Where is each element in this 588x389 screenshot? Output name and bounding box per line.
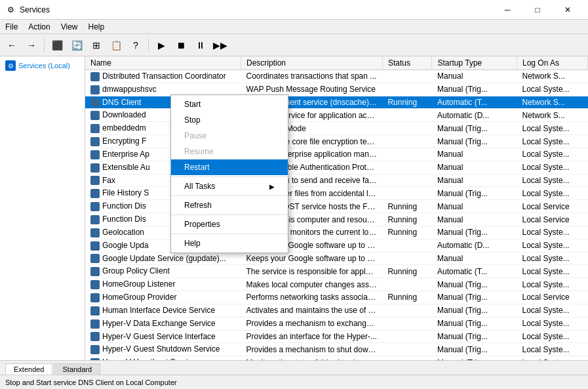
ctx-item-label: Help	[184, 239, 201, 248]
table-row[interactable]: GeolocationThis service monitors the cur…	[85, 226, 588, 239]
service-status-cell	[382, 239, 432, 252]
service-startup-cell: Manual (Trig...	[432, 343, 517, 356]
table-row[interactable]: HomeGroup ProviderPerforms networking ta…	[85, 291, 588, 304]
col-header-name[interactable]: Name	[85, 56, 241, 70]
table-row[interactable]: Human Interface Device ServiceActivates …	[85, 304, 588, 317]
ctx-item-restart[interactable]: Restart	[171, 159, 288, 175]
service-desc-cell: The service is responsible for applyin..…	[241, 265, 383, 278]
service-startup-cell: Manual (Trig...	[432, 83, 517, 96]
ctx-item-stop[interactable]: Stop	[171, 112, 288, 128]
pause-service-button[interactable]: ⏸	[191, 37, 210, 54]
service-name-cell: Google Update Service (gupdate)...	[85, 252, 241, 265]
ctx-item-properties[interactable]: Properties	[171, 216, 288, 232]
service-name-cell: Hyper-V Data Exchange Service	[85, 317, 241, 330]
service-logon-cell: Local Syste...	[517, 148, 588, 161]
table-row[interactable]: Hyper-V Guest Service InterfaceProvides …	[85, 330, 588, 343]
export-button[interactable]: ⊞	[87, 37, 106, 54]
app-icon: ⚙	[5, 5, 16, 15]
table-row[interactable]: File History SProtects user files from a…	[85, 187, 588, 200]
ctx-item-label: All Tasks	[184, 182, 215, 191]
menu-action[interactable]: Action	[23, 20, 55, 33]
menu-file[interactable]: File	[0, 20, 23, 33]
col-header-logon[interactable]: Log On As	[517, 56, 588, 70]
sidebar-item-services-local[interactable]: ⚙ Services (Local)	[3, 59, 82, 72]
service-desc-cell: Provides a mechanism to shut down...	[241, 343, 383, 356]
sidebar: ⚙ Services (Local)	[0, 56, 85, 360]
start-service-button[interactable]: ▶	[152, 37, 170, 54]
table-row[interactable]: DNS ClientThe DNS Client service (dnscac…	[85, 96, 588, 109]
service-name-cell: Group Policy Client	[85, 265, 241, 278]
tab-standard[interactable]: Standard	[54, 363, 100, 375]
service-logon-cell: Local Service	[517, 213, 588, 226]
service-status-cell	[382, 343, 432, 356]
menu-view[interactable]: View	[56, 20, 83, 33]
status-text: Stop and Start service DNS Client on Loc…	[5, 379, 177, 386]
title-bar-buttons: ─ □ ✕	[492, 0, 583, 20]
back-button[interactable]: ←	[3, 37, 21, 54]
service-status-cell	[382, 317, 432, 330]
table-row[interactable]: Function DisThe FDPHOST service hosts th…	[85, 200, 588, 213]
maximize-button[interactable]: □	[522, 0, 553, 20]
table-row[interactable]: Google Update Service (gupdate)...Keeps …	[85, 252, 588, 265]
minimize-button[interactable]: ─	[492, 0, 522, 20]
forward-button[interactable]: →	[22, 37, 41, 54]
table-row[interactable]: Group Policy ClientThe service is respon…	[85, 265, 588, 278]
service-startup-cell: Manual (Trig...	[432, 226, 517, 239]
menu-help[interactable]: Help	[83, 20, 110, 33]
service-desc-cell: Activates and maintains the use of h...	[241, 304, 383, 317]
table-row[interactable]: FaxEnables you to send and receive faxe.…	[85, 174, 588, 187]
ctx-item-label: Restart	[184, 163, 210, 172]
table-row[interactable]: Hyper-V Data Exchange ServiceProvides a …	[85, 317, 588, 330]
close-button[interactable]: ✕	[553, 0, 583, 20]
service-logon-cell: Network S...	[517, 70, 588, 83]
table-row[interactable]: Hyper-V Heartbeat ServiceMonitors the st…	[85, 356, 588, 360]
refresh-button[interactable]: 🔄	[68, 37, 86, 54]
title-bar: ⚙ Services ─ □ ✕	[0, 0, 588, 20]
table-row[interactable]: Function DisPublishes this computer and …	[85, 213, 588, 226]
service-logon-cell: Local Syste...	[517, 278, 588, 291]
services-table: Name Description Status Startup Type Log…	[85, 56, 588, 360]
service-logon-cell: Local Syste...	[517, 83, 588, 96]
service-logon-cell: Local Syste...	[517, 343, 588, 356]
resume-service-button[interactable]: ▶▶	[211, 37, 229, 54]
table-row[interactable]: Encrypting FProvides the core file encry…	[85, 135, 588, 148]
table-row[interactable]: Distributed Transaction CoordinatorCoord…	[85, 70, 588, 83]
service-status-cell	[382, 330, 432, 343]
service-status-cell	[382, 252, 432, 265]
table-row[interactable]: Enterprise ApEnables enterprise applicat…	[85, 148, 588, 161]
service-logon-cell: Local Syste...	[517, 252, 588, 265]
table-header-row: Name Description Status Startup Type Log…	[85, 56, 588, 70]
stop-service-button[interactable]: ⏹	[172, 37, 190, 54]
service-startup-cell: Manual	[432, 161, 517, 174]
tab-bar: Extended Standard	[0, 360, 588, 375]
table-row[interactable]: Extensible AuThe Extensible Authenticati…	[85, 161, 588, 174]
show-hide-button[interactable]: ⬛	[48, 37, 66, 54]
table-row[interactable]: Google UpdaKeeps your Google software up…	[85, 239, 588, 252]
service-desc-cell: Performs networking tasks associate...	[241, 291, 383, 304]
table-row[interactable]: Hyper-V Guest Shutdown ServiceProvides a…	[85, 343, 588, 356]
help-button-toolbar[interactable]: ?	[127, 37, 145, 54]
ctx-item-refresh[interactable]: Refresh	[171, 197, 288, 213]
col-header-status[interactable]: Status	[382, 56, 432, 70]
table-row[interactable]: HomeGroup ListenerMakes local computer c…	[85, 278, 588, 291]
col-header-startup[interactable]: Startup Type	[432, 56, 517, 70]
table-row[interactable]: DownloadedWindows service for applicatio…	[85, 109, 588, 122]
ctx-item-start[interactable]: Start	[171, 96, 288, 112]
ctx-item-label: Refresh	[184, 201, 212, 210]
ctx-separator	[171, 176, 288, 177]
ctx-item-all-tasks[interactable]: All Tasks▶	[171, 178, 288, 194]
table-scroll[interactable]: Name Description Status Startup Type Log…	[85, 56, 588, 360]
table-row[interactable]: embeddedmEmbedded ModeManual (Trig...Loc…	[85, 122, 588, 135]
service-status-cell	[382, 278, 432, 291]
table-row[interactable]: dmwappushsvcWAP Push Message Routing Ser…	[85, 83, 588, 96]
tab-extended[interactable]: Extended	[5, 363, 52, 375]
service-startup-cell: Manual (Trig...	[432, 135, 517, 148]
main-layout: ⚙ Services (Local) Name Description Stat…	[0, 56, 588, 360]
properties-button[interactable]: 📋	[107, 37, 125, 54]
col-header-description[interactable]: Description	[241, 56, 383, 70]
ctx-item-help[interactable]: Help	[171, 235, 288, 251]
service-logon-cell: Local Syste...	[517, 330, 588, 343]
service-status-cell	[382, 70, 432, 83]
service-startup-cell: Manual	[432, 213, 517, 226]
service-startup-cell: Manual	[432, 200, 517, 213]
